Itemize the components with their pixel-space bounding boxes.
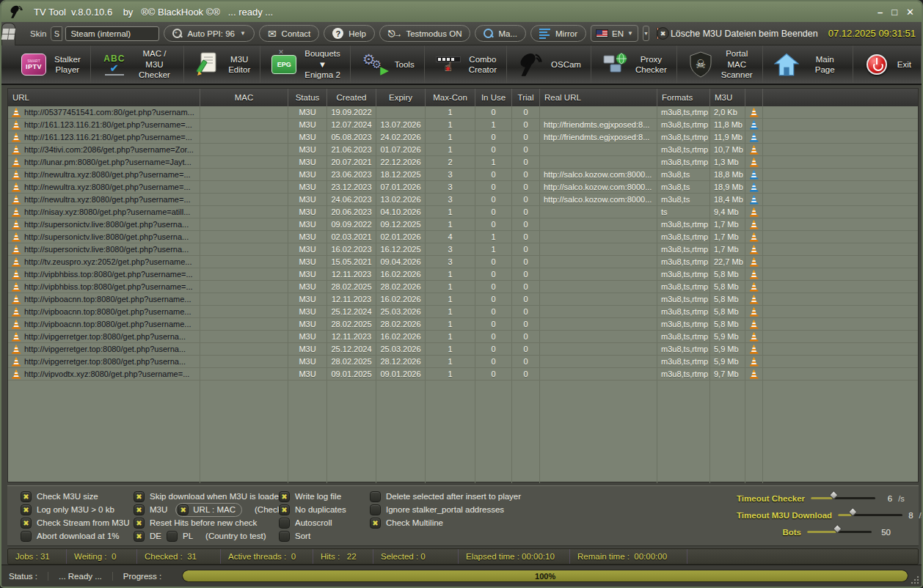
checkbox-no-duplicates[interactable]: No duplicates bbox=[279, 504, 346, 515]
language-extra-dropdown[interactable]: ▼ bbox=[643, 26, 649, 41]
table-row[interactable]: http://vipgerretger.top:8080/get.php?use… bbox=[8, 356, 918, 368]
checked-box-icon[interactable] bbox=[21, 491, 32, 502]
checkbox-ignore-stalker-portal-addresses[interactable]: Ignore stalker_portal addresses bbox=[370, 504, 504, 515]
column-header-real-url[interactable]: Real URL bbox=[540, 89, 657, 106]
column-header-expiry[interactable]: Expiry bbox=[376, 89, 426, 106]
close-button[interactable]: ✕ bbox=[906, 7, 914, 18]
checkbox-skip-download-when-m3u-is-loaded[interactable]: Skip download when M3U is loaded bbox=[134, 491, 283, 502]
checkbox-m3u[interactable]: M3U bbox=[134, 504, 167, 515]
checkbox-reset-hits-before-new-check[interactable]: Reset Hits before new check bbox=[134, 518, 257, 529]
table-row[interactable]: http://vipbhbiss.top:8080/get.php?userna… bbox=[8, 268, 918, 281]
checkbox-check-multiline[interactable]: Check Multiline bbox=[370, 518, 443, 529]
start-tab[interactable] bbox=[1, 23, 15, 45]
table-row[interactable]: http://supersonictv.live:8080/get.php?us… bbox=[8, 231, 918, 243]
ribbon-button-portal-mac-scanner[interactable]: ☠Portal MAC Scanner bbox=[677, 45, 763, 84]
column-header-max-con[interactable]: Max-Con bbox=[426, 89, 475, 106]
checkbox-check-stream-from-m3u[interactable]: Check Stream from M3U bbox=[21, 518, 130, 529]
table-row[interactable]: http://vipbhbiss.top:8080/get.php?userna… bbox=[8, 281, 918, 293]
checkbox-pl[interactable]: PL bbox=[167, 531, 193, 542]
column-header-trial[interactable]: Trial bbox=[512, 89, 540, 106]
unchecked-box-icon[interactable] bbox=[21, 531, 32, 542]
table-row[interactable]: http://vipboacnn.top:8080/get.php?userna… bbox=[8, 318, 918, 331]
mirror-button[interactable]: Mirror bbox=[530, 25, 586, 42]
table-row[interactable]: http://vipboacnn.top:8080/get.php?userna… bbox=[8, 293, 918, 306]
unchecked-box-icon[interactable] bbox=[279, 531, 290, 542]
table-row[interactable]: http://161.123.116.21:80/get.php?usernam… bbox=[8, 131, 918, 144]
checked-box-icon[interactable] bbox=[21, 518, 32, 529]
ribbon-button-combo-creator[interactable]: ☝✸Combo Creator bbox=[425, 45, 507, 84]
column-header-url[interactable]: URL bbox=[8, 89, 200, 106]
checkbox-delete-selected-after-insert-to-player[interactable]: Delete selected after insert to player bbox=[370, 491, 521, 502]
column-header-in-use[interactable]: In Use bbox=[475, 89, 512, 106]
unchecked-box-icon[interactable] bbox=[370, 491, 381, 502]
testmodus-button[interactable]: ⎋→ Testmodus ON bbox=[379, 25, 471, 42]
column-header-formats[interactable]: Formats bbox=[657, 89, 710, 106]
ribbon-button-main-page[interactable]: Main Page bbox=[763, 45, 853, 84]
checkbox-url-mac[interactable]: URL : MAC bbox=[172, 503, 242, 517]
slider-track[interactable] bbox=[811, 497, 875, 499]
table-row[interactable]: http://vipgerretger.top:8080/get.php?use… bbox=[8, 343, 918, 356]
ribbon-button-oscam[interactable]: OSCam bbox=[507, 45, 591, 84]
contact-button[interactable]: ✉ Contact bbox=[259, 25, 319, 42]
checkbox-sort[interactable]: Sort bbox=[279, 531, 310, 542]
skin-s-button[interactable]: S bbox=[51, 26, 62, 41]
ribbon-button-tools[interactable]: ⚙⚙▶Tools bbox=[351, 45, 425, 84]
table-row[interactable]: http://161.123.116.21:80/get.php?usernam… bbox=[8, 119, 918, 131]
table-row[interactable]: http://newultra.xyz:8080/get.php?usernam… bbox=[8, 181, 918, 194]
delete-m3u-toggle[interactable]: ✖ bbox=[657, 27, 659, 40]
checked-box-icon[interactable] bbox=[279, 491, 290, 502]
cell-mac bbox=[200, 156, 288, 168]
cell-inuse: 1 bbox=[475, 119, 512, 131]
minimize-button[interactable]: – bbox=[878, 7, 883, 18]
checkbox-write-log-file[interactable]: Write log file bbox=[279, 491, 341, 502]
ribbon-button-m3u-editor[interactable]: M3U Editor bbox=[184, 45, 260, 84]
resize-grip[interactable] bbox=[911, 576, 919, 584]
table-row[interactable]: http://vipgerretger.top:8080/get.php?use… bbox=[8, 331, 918, 343]
table-row[interactable]: http://newultra.xyz:8080/get.php?usernam… bbox=[8, 169, 918, 181]
checkbox-de[interactable]: DE bbox=[134, 531, 161, 542]
column-header-m3u[interactable]: M3U bbox=[710, 89, 745, 106]
language-select[interactable]: EN ▼ bbox=[591, 25, 638, 42]
checked-box-icon[interactable] bbox=[21, 504, 32, 515]
ribbon-button-exit[interactable]: Exit bbox=[853, 45, 922, 84]
column-header-mac[interactable]: MAC bbox=[200, 89, 288, 106]
unchecked-box-icon[interactable] bbox=[370, 504, 381, 515]
ma-button[interactable]: Ma... bbox=[475, 25, 526, 42]
table-row[interactable]: http://vipboacnn.top:8080/get.php?userna… bbox=[8, 306, 918, 318]
table-row[interactable]: http://34tivi.com:2086/get.php?username=… bbox=[8, 144, 918, 156]
checkbox-abort-download-at-1[interactable]: Abort download at 1% bbox=[21, 531, 120, 542]
checked-box-icon[interactable] bbox=[134, 504, 145, 515]
checked-box-icon[interactable] bbox=[178, 504, 189, 515]
table-row[interactable]: http://supersonictv.live:8080/get.php?us… bbox=[8, 243, 918, 256]
table-row[interactable]: http://lunar.pm:8080/get.php?username=Ja… bbox=[8, 156, 918, 169]
checkbox-log-only-m3u-0-kb[interactable]: Log only M3U > 0 kb bbox=[21, 504, 114, 515]
column-header-status[interactable]: Status bbox=[288, 89, 327, 106]
ribbon-button-mac-m3u-checker[interactable]: ABC✔MAC / M3U Checker bbox=[91, 45, 184, 84]
unchecked-box-icon[interactable] bbox=[279, 518, 290, 529]
checkbox-check-m3u-size[interactable]: Check M3U size bbox=[21, 491, 98, 502]
checked-box-icon[interactable] bbox=[279, 504, 290, 515]
checked-box-icon[interactable] bbox=[134, 518, 145, 529]
slider-track[interactable] bbox=[838, 514, 902, 516]
column-header-icon[interactable] bbox=[745, 89, 763, 106]
skin-select-input[interactable] bbox=[65, 26, 159, 41]
table-row[interactable]: http://tv.zeuspro.xyz:2052/get.php?usern… bbox=[8, 256, 918, 268]
checked-box-icon[interactable] bbox=[134, 491, 145, 502]
table-row[interactable]: http://vipvodtx.xyz:8080/get.php?usernam… bbox=[8, 368, 918, 381]
maximize-button[interactable]: □ bbox=[891, 7, 897, 18]
column-header-created[interactable]: Created bbox=[327, 89, 376, 106]
checked-box-icon[interactable] bbox=[134, 531, 145, 542]
table-row[interactable]: http://05377451541.com:80/get.php?userna… bbox=[8, 106, 918, 119]
ribbon-button-bouquets-enigma-2[interactable]: EPGBouquets ▼ Enigma 2 bbox=[260, 45, 351, 84]
ribbon-button-stalker-player[interactable]: SMARTIPTVStalker Player bbox=[10, 45, 91, 84]
checked-box-icon[interactable] bbox=[370, 518, 381, 529]
checkbox-autoscroll[interactable]: Autoscroll bbox=[279, 518, 332, 529]
auto-ppi-button[interactable]: + Auto PPI: 96▼ bbox=[164, 25, 255, 42]
unchecked-box-icon[interactable] bbox=[167, 531, 178, 542]
table-row[interactable]: http://supersonictv.live:8080/get.php?us… bbox=[8, 218, 918, 231]
help-button[interactable]: ? Help bbox=[324, 25, 375, 42]
table-row[interactable]: http://nisay.xyz:8080/get.php?username=a… bbox=[8, 206, 918, 218]
table-row[interactable]: http://newultra.xyz:8080/get.php?usernam… bbox=[8, 194, 918, 206]
slider-track[interactable] bbox=[807, 531, 872, 533]
ribbon-button-proxy-checker[interactable]: Proxy Checker bbox=[591, 45, 677, 84]
